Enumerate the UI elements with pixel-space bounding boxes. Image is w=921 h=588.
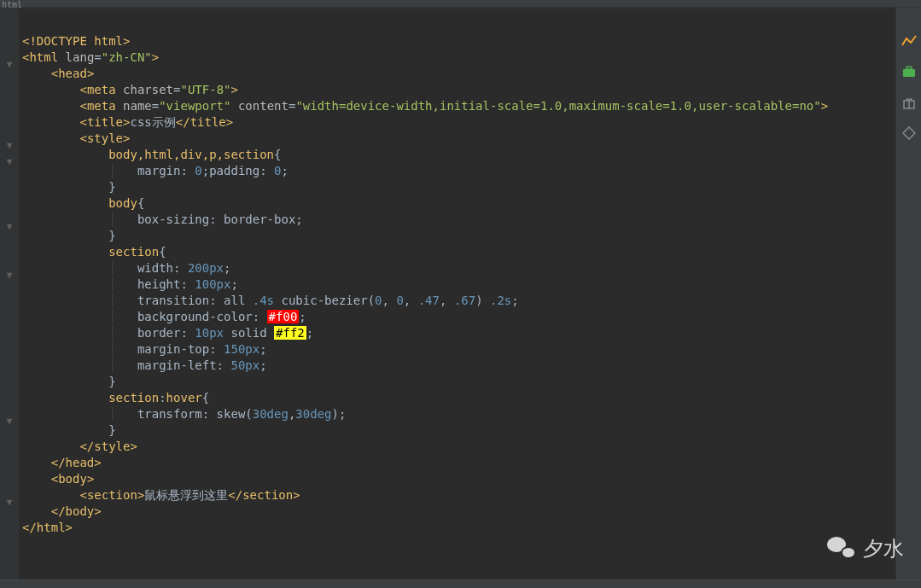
code-line[interactable]: │ height: 100px; — [19, 277, 895, 293]
fold-marker[interactable] — [0, 300, 19, 316]
wechat-icon — [827, 537, 856, 561]
fold-marker[interactable] — [0, 105, 19, 121]
code-line[interactable]: │ transform: skew(30deg,30deg); — [19, 406, 895, 422]
code-line[interactable]: │ width: 200px; — [19, 260, 895, 277]
fold-marker[interactable] — [0, 235, 19, 251]
svg-rect-0 — [903, 69, 915, 77]
fold-marker[interactable]: ▼ — [0, 218, 19, 235]
chart-icon[interactable] — [901, 33, 917, 49]
fold-marker[interactable]: ▼ — [0, 137, 19, 154]
code-line[interactable]: } — [19, 422, 895, 439]
code-line[interactable]: │ margin-left: 50px; — [19, 358, 895, 374]
code-line[interactable]: │ margin-top: 150px; — [19, 341, 895, 358]
code-line[interactable]: │ border: 10px solid #ff2; — [19, 325, 895, 341]
svg-marker-4 — [903, 127, 915, 139]
breadcrumb-bar: html — [0, 0, 921, 8]
fold-marker[interactable] — [0, 316, 19, 332]
svg-rect-1 — [906, 67, 912, 69]
code-line[interactable]: } — [19, 374, 895, 390]
fold-marker[interactable] — [0, 397, 19, 413]
code-line[interactable]: <section>鼠标悬浮到这里</section> — [19, 487, 895, 504]
fold-marker[interactable] — [0, 251, 19, 267]
fold-marker[interactable]: ▼ — [0, 56, 19, 73]
fold-marker[interactable]: ▼ — [0, 413, 19, 429]
fold-marker[interactable] — [0, 202, 19, 218]
fold-marker[interactable] — [0, 510, 19, 527]
color-swatch-f00: #f00 — [267, 310, 300, 323]
fold-marker[interactable] — [0, 73, 19, 89]
code-line[interactable]: <head> — [19, 66, 895, 82]
code-line[interactable]: <style> — [19, 131, 895, 147]
fold-marker[interactable] — [0, 462, 19, 478]
code-line[interactable]: │ transition: all .4s cubic-bezier(0, 0,… — [19, 293, 895, 309]
code-line[interactable]: │ background-color: #f00; — [19, 309, 895, 325]
code-line[interactable]: <title>css示例</title> — [19, 114, 895, 131]
code-line[interactable]: section:hover{ — [19, 390, 895, 406]
color-swatch-ff2: #ff2 — [274, 326, 306, 340]
code-line[interactable]: <meta name="viewport" content="width=dev… — [19, 98, 895, 114]
code-line[interactable]: │ margin: 0;padding: 0; — [19, 163, 895, 179]
fold-marker[interactable]: ▼ — [0, 154, 19, 170]
fold-marker[interactable] — [0, 478, 19, 494]
fold-marker[interactable]: ▼ — [0, 494, 19, 510]
fold-marker[interactable] — [0, 332, 19, 348]
fold-marker[interactable] — [0, 170, 19, 186]
fold-marker[interactable] — [0, 121, 19, 137]
editor-area: ▼ ▼ ▼ ▼ ▼ ▼ ▼ <!DOCTYPE html> <html lang… — [0, 8, 921, 588]
code-line[interactable]: body,html,div,p,section{ — [19, 147, 895, 163]
code-line[interactable]: </head> — [19, 455, 895, 471]
gutter[interactable]: ▼ ▼ ▼ ▼ ▼ ▼ ▼ — [0, 8, 19, 588]
code-line[interactable]: body{ — [19, 195, 895, 212]
diamond-icon[interactable] — [901, 125, 917, 141]
code-line[interactable]: } — [19, 179, 895, 195]
status-bar — [0, 579, 921, 588]
fold-marker[interactable] — [0, 283, 19, 300]
gift-icon[interactable] — [901, 95, 917, 110]
code-line[interactable]: <meta charset="UTF-8"> — [19, 82, 895, 98]
fold-marker[interactable] — [0, 89, 19, 105]
fold-marker[interactable] — [0, 40, 19, 56]
fold-marker[interactable] — [0, 429, 19, 445]
code-line[interactable]: </style> — [19, 439, 895, 455]
code-line[interactable]: </body> — [19, 504, 895, 520]
fold-marker[interactable] — [0, 364, 19, 381]
fold-marker[interactable] — [0, 445, 19, 462]
watermark-text: 夕水 — [863, 535, 904, 562]
fold-marker[interactable]: ▼ — [0, 267, 19, 283]
right-tool-panel — [895, 8, 921, 588]
code-line[interactable]: </html> — [19, 520, 895, 536]
code-line[interactable]: <html lang="zh-CN"> — [19, 49, 895, 66]
code-editor[interactable]: <!DOCTYPE html> <html lang="zh-CN"> <hea… — [19, 8, 895, 588]
fold-marker[interactable] — [0, 348, 19, 364]
code-line[interactable]: } — [19, 228, 895, 244]
code-line[interactable]: │ box-sizing: border-box; — [19, 212, 895, 228]
code-line[interactable]: <!DOCTYPE html> — [19, 33, 895, 49]
briefcase-icon[interactable] — [901, 64, 917, 79]
fold-marker[interactable] — [0, 186, 19, 202]
fold-marker[interactable] — [0, 381, 19, 397]
watermark: 夕水 — [827, 535, 904, 562]
code-line[interactable]: section{ — [19, 244, 895, 260]
code-line[interactable]: <body> — [19, 471, 895, 487]
